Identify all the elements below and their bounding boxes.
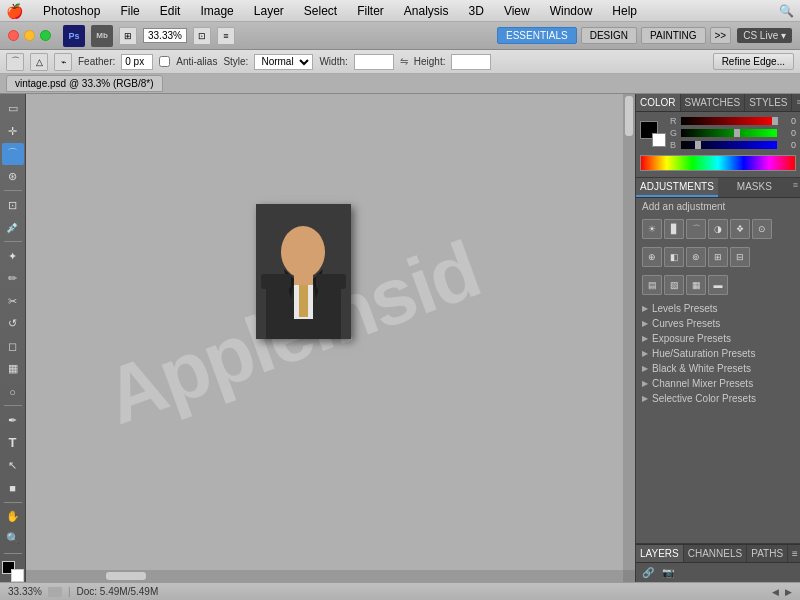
posterize-icon[interactable]: ▤ (642, 275, 662, 295)
status-scroll-left[interactable]: ◀ (772, 587, 779, 597)
search-icon[interactable]: 🔍 (779, 4, 794, 18)
status-scroll-right[interactable]: ▶ (785, 587, 792, 597)
tab-adjustments[interactable]: ADJUSTMENTS (636, 178, 718, 197)
path-selection-tool[interactable]: ↖ (2, 454, 24, 476)
brightness-contrast-icon[interactable]: ☀ (642, 219, 662, 239)
healing-brush-tool[interactable]: ✦ (2, 245, 24, 267)
hue-saturation-icon[interactable]: ⊙ (752, 219, 772, 239)
zoom-tool[interactable]: 🔍 (2, 528, 24, 550)
quick-selection-tool[interactable]: ⊛ (2, 166, 24, 188)
menu-filter[interactable]: Filter (353, 3, 388, 19)
horizontal-scrollbar[interactable] (26, 570, 623, 582)
vscroll-thumb[interactable] (625, 96, 633, 136)
vibrance-icon[interactable]: ❖ (730, 219, 750, 239)
menu-file[interactable]: File (116, 3, 143, 19)
gradient-map-icon[interactable]: ▬ (708, 275, 728, 295)
r-slider-thumb[interactable] (772, 117, 778, 125)
rectangular-marquee-tool[interactable]: ▭ (2, 98, 24, 120)
antialias-checkbox[interactable] (159, 56, 170, 67)
document-tab[interactable]: vintage.psd @ 33.3% (RGB/8*) (6, 75, 163, 92)
vertical-scrollbar[interactable] (623, 94, 635, 570)
selective-color-icon[interactable]: ▦ (686, 275, 706, 295)
color-balance-icon[interactable]: ⊕ (642, 247, 662, 267)
b-value[interactable]: 0 (780, 140, 796, 150)
brush-tool[interactable]: ✏ (2, 268, 24, 290)
menu-image[interactable]: Image (196, 3, 237, 19)
zoom-display[interactable]: 33.33% (143, 28, 187, 43)
layers-camera-icon[interactable]: 📷 (662, 567, 674, 578)
curves-icon[interactable]: ⌒ (686, 219, 706, 239)
bw-icon[interactable]: ◧ (664, 247, 684, 267)
preset-curves[interactable]: ▶ Curves Presets (636, 316, 800, 331)
r-value[interactable]: 0 (780, 116, 796, 126)
tab-painting[interactable]: PAINTING (641, 27, 705, 44)
feather-input[interactable] (121, 54, 153, 70)
crop-tool[interactable]: ⊡ (2, 194, 24, 216)
refine-edge-button[interactable]: Refine Edge... (713, 53, 794, 70)
adjustments-collapse[interactable]: ≡ (791, 178, 800, 197)
g-value[interactable]: 0 (780, 128, 796, 138)
menu-select[interactable]: Select (300, 3, 341, 19)
type-tool[interactable]: T (2, 432, 24, 454)
eyedropper-tool[interactable]: 💉 (2, 217, 24, 239)
layers-panel-collapse[interactable]: ≡ (788, 545, 800, 562)
hand-tool[interactable]: ✋ (2, 506, 24, 528)
levels-icon[interactable]: ▊ (664, 219, 684, 239)
tab-more[interactable]: >> (710, 27, 732, 44)
background-color-swatch[interactable] (652, 133, 666, 147)
lasso-tool-icon[interactable]: ⌒ (6, 53, 24, 71)
tab-styles[interactable]: STYLES (745, 94, 792, 111)
document-canvas[interactable] (256, 204, 351, 339)
preset-levels[interactable]: ▶ Levels Presets (636, 301, 800, 316)
preset-exposure[interactable]: ▶ Exposure Presets (636, 331, 800, 346)
tab-swatches[interactable]: SWATCHES (681, 94, 746, 111)
b-slider-thumb[interactable] (695, 141, 701, 149)
tool-options-icon[interactable]: ⊞ (119, 27, 137, 45)
hscroll-thumb[interactable] (106, 572, 146, 580)
layers-link-icon[interactable]: 🔗 (642, 567, 654, 578)
r-slider-track[interactable] (681, 117, 777, 125)
menu-3d[interactable]: 3D (465, 3, 488, 19)
menu-view[interactable]: View (500, 3, 534, 19)
status-histogram-icon[interactable] (48, 587, 62, 597)
swap-icon[interactable]: ⇋ (400, 56, 408, 67)
height-input[interactable] (451, 54, 491, 70)
tab-layers[interactable]: LAYERS (636, 545, 684, 562)
view-toggle-icon[interactable]: ⊡ (193, 27, 211, 45)
close-button[interactable] (8, 30, 19, 41)
move-tool[interactable]: ✛ (2, 121, 24, 143)
menu-edit[interactable]: Edit (156, 3, 185, 19)
menu-window[interactable]: Window (546, 3, 597, 19)
history-brush-tool[interactable]: ↺ (2, 313, 24, 335)
width-input[interactable] (354, 54, 394, 70)
tab-paths[interactable]: PATHS (747, 545, 788, 562)
color-spectrum[interactable] (640, 155, 796, 171)
preset-channel-mixer[interactable]: ▶ Channel Mixer Presets (636, 376, 800, 391)
foreground-background-colors[interactable] (2, 561, 24, 583)
dodge-tool[interactable]: ○ (2, 381, 24, 403)
magnetic-lasso-icon[interactable]: ⌁ (54, 53, 72, 71)
menu-layer[interactable]: Layer (250, 3, 288, 19)
background-color[interactable] (11, 569, 24, 582)
color-panel-collapse[interactable]: ≡ (792, 94, 800, 111)
polygon-lasso-icon[interactable]: △ (30, 53, 48, 71)
tab-channels[interactable]: CHANNELS (684, 545, 747, 562)
eraser-tool[interactable]: ◻ (2, 336, 24, 358)
channel-mixer-icon[interactable]: ⊞ (708, 247, 728, 267)
g-slider-track[interactable] (681, 129, 777, 137)
gradient-tool[interactable]: ▦ (2, 358, 24, 380)
g-slider-thumb[interactable] (734, 129, 740, 137)
b-slider-track[interactable] (681, 141, 777, 149)
maximize-button[interactable] (40, 30, 51, 41)
exposure-icon[interactable]: ◑ (708, 219, 728, 239)
photo-filter-icon[interactable]: ⊚ (686, 247, 706, 267)
canvas-area[interactable]: AppleInsid (26, 94, 635, 582)
minimize-button[interactable] (24, 30, 35, 41)
apple-menu[interactable]: 🍎 (6, 3, 23, 19)
clone-stamp-tool[interactable]: ✂ (2, 290, 24, 312)
threshold-icon[interactable]: ▧ (664, 275, 684, 295)
pen-tool[interactable]: ✒ (2, 409, 24, 431)
tab-design[interactable]: DESIGN (581, 27, 637, 44)
shape-tool[interactable]: ■ (2, 477, 24, 499)
fg-bg-selector[interactable] (640, 121, 666, 147)
